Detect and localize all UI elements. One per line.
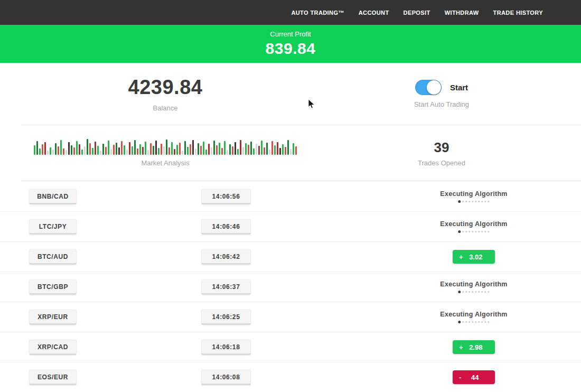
toggle-label: Start (450, 83, 468, 92)
progress-dot (463, 231, 464, 232)
market-bar (200, 146, 202, 155)
progress-dot (469, 201, 471, 202)
pair-chip[interactable]: XRP/CAD (29, 340, 77, 355)
nav-item-deposit[interactable]: DEPOSIT (404, 10, 430, 16)
auto-trading-caption: Start Auto Trading (414, 100, 469, 108)
progress-dot (463, 201, 464, 202)
nav-item-withdraw[interactable]: WITHDRAW (445, 10, 479, 16)
pair-chip[interactable]: BTC/GBP (29, 279, 77, 295)
progress-dot (466, 231, 467, 232)
market-bar (158, 148, 160, 155)
market-bar (269, 150, 270, 155)
pair-chip[interactable]: XRP/EUR (29, 310, 77, 325)
market-bar (248, 145, 249, 155)
market-bar (242, 147, 244, 155)
market-bar (295, 146, 297, 155)
time-chip[interactable]: 14:06:56 (201, 189, 251, 204)
market-bar (36, 141, 38, 155)
nav-item-auto-trading[interactable]: AUTO TRADING™ (291, 10, 344, 16)
progress-dot (479, 231, 480, 232)
progress-dot (485, 231, 486, 232)
market-bar (240, 140, 241, 155)
market-bar (229, 144, 231, 155)
progress-dots (440, 200, 507, 203)
market-bar (89, 143, 91, 155)
trade-row: EOS/EUR 14:06:08 - 44 (0, 362, 581, 392)
result-badge: + 2.98 (453, 340, 495, 354)
progress-dot (482, 201, 483, 202)
market-bar (63, 148, 64, 155)
result-badge: + 3.02 (453, 250, 495, 264)
trades-opened-block: 39 Trades Opened (331, 125, 552, 181)
time-label: 14:06:08 (212, 374, 240, 381)
market-bar (121, 141, 123, 155)
market-bar (150, 143, 152, 155)
auto-trading-toggle[interactable] (415, 80, 442, 95)
market-bar (237, 149, 239, 155)
nav-item-account[interactable]: ACCOUNT (359, 10, 389, 16)
time-label: 14:06:25 (212, 313, 240, 321)
market-bar (253, 148, 255, 155)
market-bar (274, 145, 276, 155)
pair-chip[interactable]: LTC/JPY (29, 219, 77, 235)
market-bar (58, 146, 59, 155)
market-bar (47, 151, 49, 155)
market-bar (139, 144, 141, 155)
progress-dot (466, 321, 467, 323)
time-chip[interactable]: 14:06:08 (201, 370, 251, 385)
toggle-knob[interactable] (427, 80, 441, 95)
market-bar (195, 148, 196, 155)
progress-dot (469, 321, 471, 323)
profit-label: Current Profit (270, 30, 311, 38)
market-bar (55, 143, 57, 155)
time-chip[interactable]: 14:06:18 (201, 340, 251, 355)
market-bar (258, 146, 260, 155)
market-bar (213, 141, 215, 155)
nav-item-trade-history[interactable]: TRADE HISTORY (493, 10, 543, 16)
progress-dot (458, 200, 461, 203)
market-bar (264, 147, 265, 155)
market-bar (60, 140, 62, 155)
time-label: 14:06:18 (212, 343, 240, 351)
market-bar (277, 142, 278, 155)
progress-dot (463, 321, 464, 323)
market-bar (142, 147, 144, 155)
trade-status: + 3.02 (453, 250, 495, 264)
progress-dot (458, 321, 461, 323)
pair-chip[interactable]: BNB/CAD (29, 189, 77, 204)
progress-dot (466, 201, 467, 202)
time-chip[interactable]: 14:06:42 (201, 249, 251, 265)
market-bar (137, 148, 138, 155)
progress-dot (472, 321, 474, 323)
progress-dot (482, 321, 483, 323)
time-chip[interactable]: 14:06:37 (201, 279, 251, 295)
market-bar (171, 142, 173, 155)
executing-status: Executing Algorithm (440, 220, 507, 233)
market-bar (163, 146, 165, 155)
stats-row-market: Market Analysis 39 Trades Opened (0, 125, 581, 181)
time-label: 14:06:42 (212, 253, 240, 260)
progress-dot (458, 230, 461, 233)
trade-row: BNB/CAD 14:06:56 Executing Algorithm (0, 181, 581, 211)
progress-dot (472, 201, 474, 202)
market-bar (105, 147, 107, 155)
progress-dot (485, 201, 486, 202)
trade-row: XRP/CAD 14:06:18 + 2.98 (0, 332, 581, 362)
progress-dot (479, 291, 480, 293)
market-bar (176, 145, 178, 155)
market-bar (192, 140, 194, 155)
auto-trading-block: Start Start Auto Trading (331, 63, 552, 125)
pair-chip[interactable]: BTC/AUD (29, 249, 77, 265)
market-bar (198, 143, 199, 155)
market-bar (65, 150, 67, 155)
trades-list: BNB/CAD 14:06:56 Executing Algorithm LTC… (0, 181, 581, 392)
pair-chip[interactable]: EOS/EUR (29, 370, 77, 385)
market-bar (134, 140, 136, 155)
time-chip[interactable]: 14:06:46 (201, 219, 251, 235)
market-bar (245, 143, 247, 155)
time-chip[interactable]: 14:06:25 (201, 310, 251, 325)
executing-label: Executing Algorithm (440, 281, 507, 288)
progress-dot (466, 291, 467, 293)
progress-dot (485, 291, 486, 293)
progress-dot (475, 231, 477, 232)
